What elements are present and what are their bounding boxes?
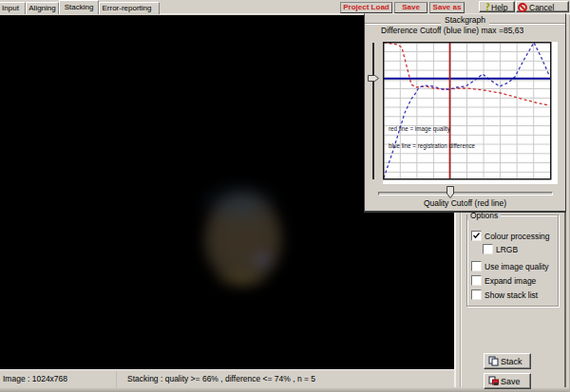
svg-text:red line = image quality: red line = image quality	[389, 125, 451, 133]
svg-text:blue line = registration diffe: blue line = registration difference	[389, 142, 476, 150]
